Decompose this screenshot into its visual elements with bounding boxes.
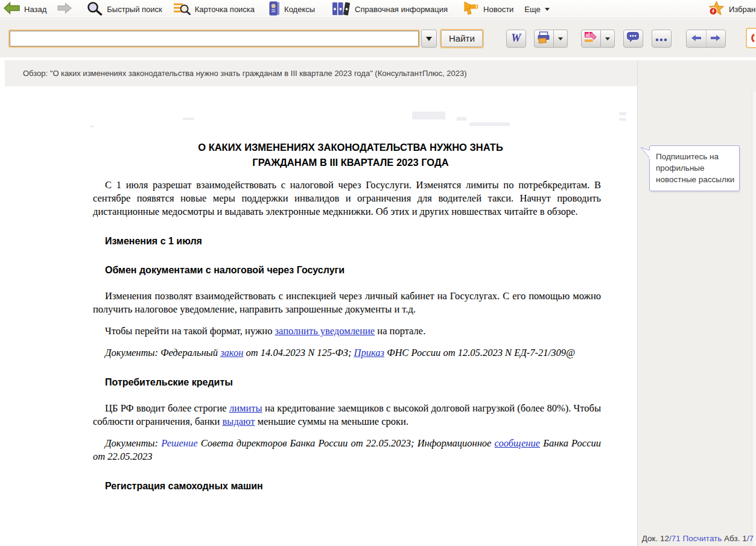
search-history-dropdown-button[interactable]: [421, 30, 437, 48]
back-label: Назад: [24, 5, 46, 14]
codes-button[interactable]: Кодексы: [269, 1, 315, 17]
doc-text-segment: меньшие суммы на меньшие сроки.: [255, 416, 408, 427]
word-w-icon: W: [511, 32, 521, 45]
doc-text-segment: на портале.: [375, 325, 425, 337]
caret-down-icon: [426, 37, 432, 44]
export-word-button[interactable]: W: [506, 30, 526, 48]
doc-paragraph: Изменения позволят взаимодействовать с и…: [93, 290, 601, 316]
doc-text-segment: ФНС России от 12.05.2023 N ЕД-7-21/309@: [384, 347, 575, 358]
caret-down-icon: [545, 8, 550, 13]
paragraph-counter-total: /7: [747, 534, 754, 543]
quick-search-label: Быстрый поиск: [107, 5, 162, 14]
print-button[interactable]: [534, 30, 554, 48]
vertical-scrollbar[interactable]: [752, 92, 756, 546]
doc-section-heading: Потребительские кредиты: [93, 376, 601, 389]
document-heading: О КАКИХ ИЗМЕНЕНИЯХ ЗАКОНОДАТЕЛЬСТВА НУЖН…: [93, 140, 608, 170]
favorites-star-icon: [708, 1, 725, 17]
find-button[interactable]: Найти: [440, 29, 484, 48]
arrow-left-icon: [691, 33, 702, 44]
doc-text-segment: от 14.04.2023 N 125-ФЗ;: [243, 347, 354, 358]
highlight-button[interactable]: ab: [581, 30, 601, 48]
doc-link[interactable]: выдают: [223, 416, 255, 427]
back-button[interactable]: Назад: [4, 2, 46, 16]
doc-paragraph: Документы: Решение Совета директоров Бан…: [93, 437, 601, 463]
doc-paragraph: С 1 июля разрешат взаимодействовать с на…: [93, 179, 601, 218]
nav-back-button[interactable]: [687, 30, 706, 47]
search-card-icon: [173, 2, 191, 17]
doc-link[interactable]: Решение: [161, 437, 197, 449]
doc-text-segment: Совета директоров Банка России от 22.05.…: [198, 437, 495, 449]
more-actions-button[interactable]: [652, 30, 672, 48]
paragraph-counter-value: 1: [742, 534, 747, 543]
count-link[interactable]: Посчитать: [682, 534, 722, 543]
blurred-artifact: [619, 118, 626, 121]
search-card-button[interactable]: Карточка поиска: [173, 2, 255, 17]
printer-icon: [537, 31, 550, 46]
doc-text-segment: Потребительские кредиты: [105, 377, 233, 387]
document-heading-line1: О КАКИХ ИЗМЕНЕНИЯХ ЗАКОНОДАТЕЛЬСТВА НУЖН…: [198, 142, 503, 153]
document-content: О КАКИХ ИЗМЕНЕНИЯХ ЗАКОНОДАТЕЛЬСТВА НУЖН…: [5, 86, 637, 492]
doc-text-segment: Обмен документами с налоговой через Госу…: [105, 265, 345, 275]
more-menu-button[interactable]: Еще: [524, 5, 549, 14]
document-title-text: Обзор: "О каких изменениях законодательс…: [23, 69, 467, 78]
doc-text-segment: С 1 июля разрешат взаимодействовать с на…: [93, 179, 601, 217]
blurred-artifact: [457, 117, 466, 121]
doc-section-heading: Изменения с 1 июля: [93, 235, 601, 247]
subscribe-tooltip-text: Подпишитесь на профильные новостные расс…: [656, 152, 734, 184]
doc-paragraph: Чтобы перейти на такой формат, нужно зап…: [93, 325, 601, 338]
search-card-label: Карточка поиска: [195, 5, 255, 14]
status-bar: Док. 12/71 Посчитать Абз. 1/7: [642, 534, 754, 543]
print-options-button[interactable]: [554, 30, 568, 48]
reference-info-button[interactable]: Справочная информация: [332, 1, 448, 17]
doc-paragraph: Документы: Федеральный закон от 14.04.20…: [93, 346, 601, 360]
doc-text-segment: Регистрация самоходных машин: [105, 481, 263, 491]
consultantplus-window: Назад Быстрый поиск Карточка поиска Коде…: [0, 0, 756, 546]
search-input[interactable]: [10, 32, 419, 45]
nav-forward-button[interactable]: [706, 30, 725, 47]
codes-label: Кодексы: [284, 5, 315, 14]
doc-link[interactable]: Приказ: [354, 347, 384, 358]
doc-link[interactable]: лимиты: [229, 402, 262, 414]
doc-section-heading: Регистрация самоходных машин: [93, 480, 601, 492]
doc-paragraph: ЦБ РФ вводит более строгие лимиты на кре…: [93, 402, 601, 428]
favorites-button[interactable]: Избранн\: [708, 1, 756, 17]
document-page[interactable]: О КАКИХ ИЗМЕНЕНИЯХ ЗАКОНОДАТЕЛЬСТВА НУЖН…: [5, 86, 637, 546]
doc-text-segment: Чтобы перейти на такой формат, нужно: [105, 325, 275, 337]
doc-text-segment: Документы: Федеральный: [105, 347, 220, 358]
forward-button[interactable]: [57, 2, 72, 16]
more-label: Еще: [524, 5, 540, 14]
search-field-frame: [8, 30, 420, 48]
ellipsis-icon: [655, 33, 667, 44]
highlight-button-group: ab: [581, 30, 615, 48]
subscribe-tooltip[interactable]: Подпишитесь на профильные новостные расс…: [649, 145, 740, 191]
binders-icon: [332, 1, 351, 17]
caret-down-icon: [605, 37, 610, 43]
clipped-review-button[interactable]: [746, 28, 756, 48]
doc-counter-label: Док.: [642, 534, 660, 543]
clipped-icon: [747, 29, 756, 47]
doc-text-segment: Изменения позволят взаимодействовать с и…: [93, 290, 601, 315]
print-button-group: [534, 30, 568, 48]
caret-down-icon: [558, 37, 563, 43]
highlight-options-button[interactable]: [601, 30, 615, 48]
doc-counter-total: /71: [669, 534, 683, 543]
blurred-artifact: [183, 118, 194, 120]
doc-text-segment: ЦБ РФ вводит более строгие: [105, 402, 229, 414]
doc-link[interactable]: заполнить уведомление: [275, 325, 375, 337]
arrow-right-icon: [710, 33, 721, 44]
doc-text-segment: Изменения с 1 июля: [105, 236, 202, 246]
doc-counter-value: 12: [660, 534, 669, 543]
doc-link[interactable]: сообщение: [495, 437, 540, 449]
news-button[interactable]: Новости: [463, 1, 513, 17]
forward-icon: [57, 2, 72, 16]
paragraph-counter-label: Абз.: [722, 534, 742, 543]
tooltip-tail: [641, 147, 650, 159]
blurred-artifact: [91, 125, 94, 127]
doc-nav-group: [686, 30, 726, 48]
doc-section-heading: Обмен документами с налоговой через Госу…: [93, 264, 601, 276]
blurred-artifact: [619, 112, 626, 115]
comment-button[interactable]: [623, 30, 643, 48]
quick-search-button[interactable]: Быстрый поиск: [86, 1, 162, 17]
doc-link[interactable]: закон: [220, 347, 243, 358]
favorites-label: Избранн\: [729, 5, 756, 14]
